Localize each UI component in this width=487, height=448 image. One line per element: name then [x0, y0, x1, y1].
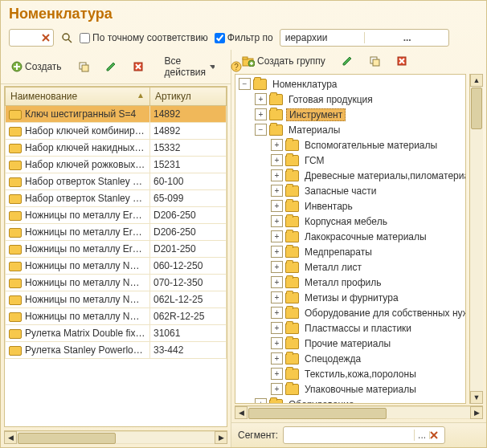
tree-node[interactable]: +Текстиль,кожа,поролоны [235, 366, 465, 381]
expand-icon[interactable]: + [271, 200, 283, 212]
clear-search-icon[interactable] [40, 31, 51, 44]
scroll-left-icon[interactable]: ◀ [4, 431, 17, 444]
folder-icon [285, 185, 299, 197]
tree-h-scrollbar[interactable]: ◀ ▶ [235, 405, 483, 419]
search-icon[interactable] [60, 31, 73, 44]
tree-node[interactable]: +Металл лист [235, 259, 465, 275]
table-row[interactable]: Ножницы по металлу NWS дл...062L-12-25 [6, 291, 227, 308]
filter-by-input[interactable] [215, 33, 225, 43]
expand-icon[interactable]: + [271, 337, 283, 349]
col-article[interactable]: Артикул [150, 88, 227, 106]
table-row[interactable]: Набор ключей накидных Matrix...15332 [6, 140, 227, 157]
delete-group-button[interactable] [391, 53, 413, 69]
tree-node[interactable]: +Металл профиль [235, 275, 465, 290]
cell-name: Набор ключей накидных Matrix... [6, 140, 150, 157]
tree-node[interactable]: +ГСМ [235, 153, 465, 168]
create-group-button[interactable]: Создать группу [236, 53, 331, 69]
tree-node[interactable]: −Номенклатура [235, 76, 465, 92]
tree-node[interactable]: +Оборудование [235, 397, 465, 404]
scroll-left-icon[interactable]: ◀ [235, 406, 248, 419]
expand-icon[interactable]: + [271, 230, 283, 242]
col-name[interactable]: Наименование▲ [6, 88, 150, 106]
table-row[interactable]: Ножницы по металлу NWS Ber...060-12-250 [6, 258, 227, 275]
table-row[interactable]: Ножницы по металлу NWS Pel...070-12-350 [6, 275, 227, 291]
tree-node[interactable]: +Лакокрасочные материалы [235, 229, 465, 244]
tree-node[interactable]: +Инструмент [235, 107, 465, 122]
expand-icon[interactable]: + [271, 185, 283, 197]
tree-node[interactable]: −Материалы [235, 122, 465, 137]
expand-icon[interactable]: + [271, 368, 283, 380]
search-box[interactable] [9, 29, 54, 47]
delete-button[interactable] [127, 59, 149, 75]
tree-view[interactable]: −Номенклатура+Готовая продукция+Инструме… [235, 74, 466, 404]
scroll-down-icon[interactable]: ▼ [470, 391, 483, 404]
scroll-up-icon[interactable]: ▲ [470, 74, 483, 87]
collapse-icon[interactable]: − [255, 124, 267, 136]
table-row[interactable]: Ключ шестигранный S=414892 [6, 106, 227, 123]
edit-button[interactable] [100, 59, 122, 75]
create-button[interactable]: Создать [6, 59, 68, 75]
tree-node[interactable]: +Древесные материалы,пиломатериалы и [235, 168, 465, 183]
expand-icon[interactable]: + [271, 307, 283, 319]
tree-node[interactable]: +Упаковочные материалы [235, 381, 465, 397]
table-row[interactable]: Набор ключей рожковых Matri...15231 [6, 157, 227, 173]
table-row[interactable]: Ножницы по металлу Erdi прав...D206-250 [6, 207, 227, 224]
tree-node[interactable]: +Запасные части [235, 183, 465, 198]
tree-v-scrollbar[interactable]: ▲ ▼ [469, 74, 483, 404]
tree-node[interactable]: +Оборудование для собственных нужд (буд [235, 305, 465, 320]
cell-name: Набор ключей комбинированн... [6, 123, 150, 140]
table-row[interactable]: Ножницы по металлу Erdi пря...D201-250 [6, 241, 227, 258]
search-input[interactable] [11, 31, 40, 44]
edit-group-button[interactable] [336, 53, 358, 69]
expand-icon[interactable]: + [271, 169, 283, 181]
grid-h-scrollbar[interactable]: ◀ ▶ [4, 430, 227, 444]
table-row[interactable]: Ножницы по металлу Erdi прав...D206-250 [6, 224, 227, 241]
expand-icon[interactable]: + [271, 154, 283, 166]
expand-icon[interactable]: + [255, 93, 267, 105]
scroll-right-icon[interactable]: ▶ [470, 406, 483, 419]
table-row[interactable]: Ножницы по металлу NWS дл...062R-12-25 [6, 308, 227, 325]
exact-match-input[interactable] [80, 33, 90, 43]
segment-field[interactable]: ... [283, 426, 445, 444]
expand-icon[interactable]: + [255, 398, 267, 404]
tree-node[interactable]: +Пластмассы и пластики [235, 320, 465, 336]
expand-icon[interactable]: + [271, 352, 283, 365]
expand-icon[interactable]: + [271, 291, 283, 303]
tree-node[interactable]: +Инвентарь [235, 198, 465, 214]
exact-match-checkbox[interactable]: По точному соответствию [80, 32, 208, 43]
expand-icon[interactable]: + [255, 108, 267, 120]
table-row[interactable]: Набор отверток Stanley Basic ...60-100 [6, 173, 227, 190]
table-row[interactable]: Рулетка Matrix Double fixation ...31061 [6, 325, 227, 342]
all-actions-button[interactable]: Все действия [159, 53, 220, 80]
create-label: Создать [25, 61, 62, 72]
table-row[interactable]: Набор ключей комбинированн...14892 [6, 123, 227, 140]
tree-node[interactable]: +Метизы и фурнитура [235, 290, 465, 305]
table-row[interactable]: Рулетка Stanley Powerlock 10м...33-442 [6, 342, 227, 359]
expand-icon[interactable]: + [271, 215, 283, 227]
items-grid[interactable]: Наименование▲ Артикул Ключ шестигранный … [4, 86, 227, 427]
segment-clear-button[interactable] [429, 431, 444, 439]
expand-icon[interactable]: + [271, 246, 283, 258]
expand-icon[interactable]: + [271, 383, 283, 395]
tree-node[interactable]: +Прочие материалы [235, 336, 465, 351]
expand-icon[interactable]: + [271, 276, 283, 288]
tree-node[interactable]: +Спецодежда [235, 351, 465, 366]
filter-bar: По точному соответствию Фильтр по иерарх… [1, 26, 486, 50]
tree-node[interactable]: +Медпрепараты [235, 244, 465, 259]
tree-node[interactable]: +Корпусная мебель [235, 214, 465, 229]
segment-select-button[interactable]: ... [414, 430, 429, 441]
expand-icon[interactable]: + [271, 322, 283, 334]
filter-field[interactable]: иерархии ... [280, 29, 449, 47]
copy-button[interactable] [72, 59, 95, 75]
table-row[interactable]: Набор отверток Stanley Fatmax...65-099 [6, 190, 227, 207]
expand-icon[interactable]: + [271, 139, 283, 151]
expand-icon[interactable]: + [271, 261, 283, 273]
scroll-right-icon[interactable]: ▶ [215, 431, 227, 444]
filter-by-checkbox[interactable]: Фильтр по [215, 32, 273, 43]
filter-by-label: Фильтр по [227, 32, 273, 43]
tree-node[interactable]: +Вспомогательные материалы [235, 137, 465, 153]
tree-node[interactable]: +Готовая продукция [235, 92, 465, 107]
collapse-icon[interactable]: − [239, 78, 251, 90]
filter-select-button[interactable]: ... [364, 32, 447, 43]
copy-group-button[interactable] [363, 53, 386, 69]
